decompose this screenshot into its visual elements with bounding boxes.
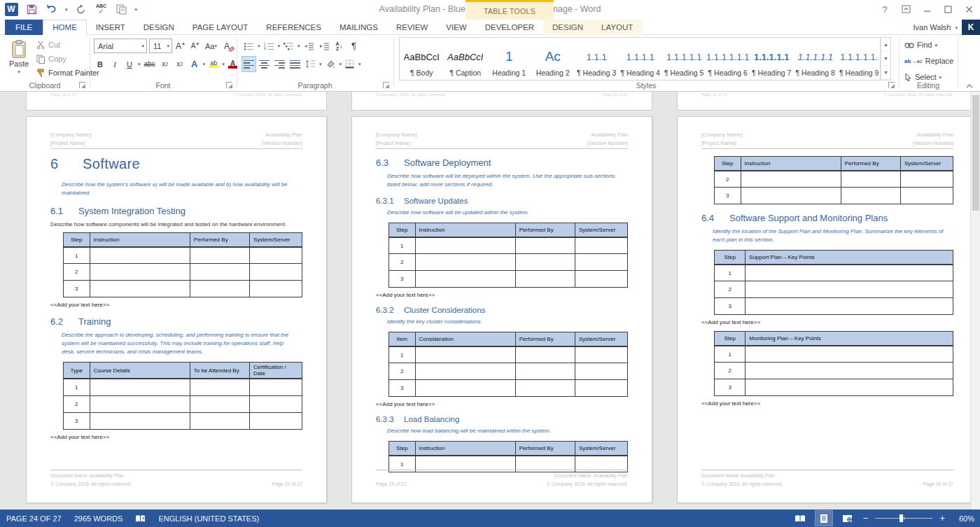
table-empty-cell[interactable]	[575, 254, 627, 271]
table-row-number-cell[interactable]: 3	[389, 271, 416, 288]
style-item-heading2[interactable]: AcHeading 2	[531, 38, 575, 80]
table-empty-cell[interactable]	[746, 379, 953, 396]
table-empty-cell[interactable]	[575, 380, 627, 397]
tab-insert[interactable]: INSERT	[87, 20, 134, 35]
font-name-select[interactable]: Arial▾	[94, 38, 147, 53]
table-empty-cell[interactable]	[515, 363, 575, 380]
table-empty-cell[interactable]	[900, 171, 953, 188]
paste-options-icon[interactable]	[115, 2, 129, 16]
add-text-placeholder[interactable]: <<Add your text here>>	[376, 401, 628, 407]
table-empty-cell[interactable]	[515, 254, 575, 271]
contextual-tab-design[interactable]: DESIGN	[543, 20, 592, 35]
user-dropdown-icon[interactable]: ▾	[955, 25, 958, 30]
page-indicator[interactable]: PAGE 24 OF 27	[0, 510, 68, 527]
table-row-number-cell[interactable]: 1	[715, 265, 746, 281]
align-center-button[interactable]	[258, 57, 271, 71]
style-item-heading1[interactable]: 1Heading 1	[487, 38, 531, 80]
table-row-number-cell[interactable]: 1	[389, 346, 416, 363]
table-empty-cell[interactable]	[515, 346, 575, 363]
table-empty-cell[interactable]	[415, 363, 515, 380]
table-row-number-cell[interactable]: 3	[715, 298, 746, 315]
table-empty-cell[interactable]	[190, 264, 249, 281]
style-item-heading4[interactable]: 1.1.1.1¶ Heading 4	[619, 38, 663, 80]
table-empty-cell[interactable]	[575, 363, 627, 380]
styles-scroll-up-icon[interactable]: ▲	[881, 38, 890, 52]
style-item-heading6[interactable]: 1.1.1.1.1.1¶ Heading 6	[706, 38, 750, 80]
tab-references[interactable]: REFERENCES	[257, 20, 330, 35]
grow-font-button[interactable]: A▲	[174, 38, 187, 53]
contextual-tab-layout[interactable]: LAYOUT	[592, 20, 642, 35]
style-item-body[interactable]: AaBbCcI¶ Body	[400, 38, 444, 80]
add-text-placeholder[interactable]: <<Add your text here>>	[701, 319, 953, 325]
table-row-number-cell[interactable]: 3	[389, 380, 416, 397]
table-empty-cell[interactable]	[746, 265, 953, 281]
table-empty-cell[interactable]	[90, 247, 190, 264]
table-row-number-cell[interactable]: 2	[64, 395, 90, 412]
zoom-in-button[interactable]: +	[939, 513, 945, 524]
table-row-number-cell[interactable]: 2	[715, 281, 746, 298]
underline-dropdown-icon[interactable]: ▾	[138, 62, 141, 66]
table-empty-cell[interactable]	[249, 264, 302, 281]
collapse-ribbon-icon[interactable]	[966, 84, 973, 88]
web-layout-button[interactable]	[839, 511, 856, 526]
proofing-status-icon[interactable]: x	[129, 510, 152, 527]
save-icon[interactable]	[24, 2, 38, 16]
style-item-heading7[interactable]: 1.1.1.1.1¶ Heading 7	[750, 38, 794, 80]
increase-indent-button[interactable]	[318, 38, 331, 53]
clear-formatting-button[interactable]: A	[220, 38, 233, 53]
font-dialog-launcher[interactable]	[226, 82, 232, 88]
italic-button[interactable]: I	[108, 57, 121, 71]
table-empty-cell[interactable]	[249, 281, 302, 297]
multilevel-list-button[interactable]	[282, 38, 295, 53]
table-row-number-cell[interactable]: 2	[389, 254, 416, 271]
tab-view[interactable]: VIEW	[437, 20, 475, 35]
table-row-number-cell[interactable]: 2	[64, 264, 90, 281]
underline-button[interactable]: U	[123, 57, 136, 71]
undo-dropdown-icon[interactable]: ▾	[65, 7, 68, 12]
document-page[interactable]: [Company Name][Project Name]Availability…	[26, 116, 327, 503]
add-text-placeholder[interactable]: <<Add your text here>>	[50, 302, 302, 308]
table-row-number-cell[interactable]: 1	[715, 346, 746, 363]
table-empty-cell[interactable]	[746, 281, 953, 298]
justify-button[interactable]	[288, 57, 302, 71]
add-text-placeholder[interactable]: <<Add your text here>>	[50, 434, 302, 440]
word-count[interactable]: 2965 WORDS	[68, 510, 130, 527]
document-page[interactable]: [Company Name][Project Name]Availability…	[351, 116, 652, 503]
table-empty-cell[interactable]	[90, 264, 190, 281]
table-empty-cell[interactable]	[575, 271, 627, 288]
align-right-button[interactable]	[273, 57, 286, 71]
font-size-select[interactable]: 11▾	[149, 38, 172, 53]
document-page[interactable]: [Company Name][Project Name]Availability…	[677, 116, 978, 503]
table-empty-cell[interactable]	[90, 412, 190, 429]
change-case-button[interactable]: Aa▾	[204, 38, 218, 53]
table-empty-cell[interactable]	[190, 412, 249, 429]
tab-home[interactable]: HOME	[43, 20, 87, 35]
tab-design[interactable]: DESIGN	[134, 20, 183, 35]
table-row-number-cell[interactable]: 1	[64, 379, 90, 395]
table-empty-cell[interactable]	[415, 254, 515, 271]
document-workspace[interactable]: Page 19 of 27© Company 2016. All rights …	[0, 92, 980, 510]
zoom-level[interactable]: 60%	[952, 514, 974, 523]
subscript-button[interactable]: x2	[159, 57, 172, 71]
user-account[interactable]: Ivan Walsh ▾ K	[913, 20, 980, 35]
style-item-heading3[interactable]: 1.1.1¶ Heading 3	[575, 38, 619, 80]
close-icon[interactable]	[962, 3, 976, 15]
table-row-number-cell[interactable]: 1	[64, 247, 90, 264]
table-empty-cell[interactable]	[575, 237, 627, 254]
table-empty-cell[interactable]	[90, 379, 190, 395]
table-empty-cell[interactable]	[249, 412, 302, 429]
table-empty-cell[interactable]	[746, 298, 953, 315]
bullets-button[interactable]	[242, 38, 255, 53]
scrollbar-thumb[interactable]	[972, 95, 979, 211]
ribbon-display-options-icon[interactable]	[899, 3, 913, 15]
decrease-indent-button[interactable]	[302, 38, 316, 53]
tab-mailings[interactable]: MAILINGS	[330, 20, 387, 35]
tab-developer[interactable]: DEVELOPER	[476, 20, 543, 35]
table-row-number-cell[interactable]: 3	[64, 281, 90, 297]
styles-more-icon[interactable]: ▼	[881, 66, 890, 80]
table-row-number-cell[interactable]: 2	[715, 363, 746, 379]
table-row-number-cell[interactable]: 3	[715, 188, 741, 204]
table-empty-cell[interactable]	[415, 271, 515, 288]
table-row-number-cell[interactable]: 1	[389, 237, 416, 254]
text-effects-button[interactable]: A	[188, 57, 201, 71]
